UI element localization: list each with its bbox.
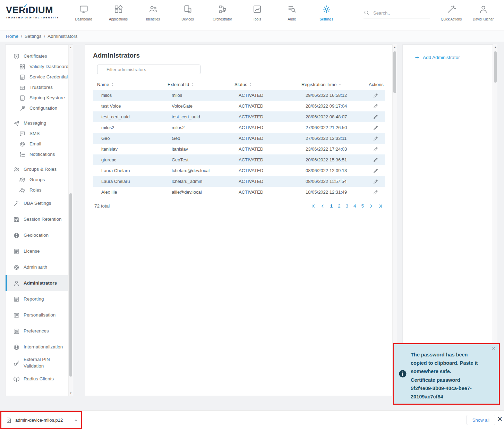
sidebar-item-messaging[interactable]: Messaging — [6, 118, 73, 128]
column-header-external-id[interactable]: External Id — [163, 80, 230, 90]
nav-item-audit[interactable]: Audit — [274, 0, 309, 31]
nav-item-tools[interactable]: Tools — [240, 0, 274, 31]
table-row[interactable]: Alex Ilieailie@dev.localACTIVATED18/05/2… — [93, 187, 385, 197]
sidebar-item-radius-clients[interactable]: Radius Clients — [6, 371, 73, 387]
page-5[interactable]: 5 — [361, 203, 364, 209]
edit-icon[interactable] — [373, 136, 378, 141]
sidebar-item-uba-settings[interactable]: UBA Settings — [6, 195, 73, 211]
page-3[interactable]: 3 — [345, 203, 349, 209]
sidebar-item-internationalization[interactable]: Internationalization — [6, 339, 73, 355]
sidebar-item-groups-roles[interactable]: Groups & Roles — [6, 164, 73, 175]
column-header-registration-time[interactable]: Registration Time — [297, 80, 365, 90]
sidebar-item-email[interactable]: Email — [6, 139, 73, 149]
table-row[interactable]: ltanislavltanislavACTIVATED23/06/2022 17… — [93, 144, 385, 154]
sidebar-item-administrators[interactable]: Administrators — [6, 275, 73, 291]
user-menu[interactable]: David Kuchar — [469, 0, 497, 31]
column-header-status[interactable]: Status — [230, 80, 297, 90]
edit-icon[interactable] — [373, 103, 378, 109]
nav-item-dashboard[interactable]: Dashboard — [66, 0, 101, 31]
sidebar-item-groups[interactable]: Groups — [6, 175, 73, 185]
add-administrator-button[interactable]: Add Administrator — [415, 55, 493, 60]
sidebar-item-service-credentials[interactable]: Service Credentials — [6, 72, 73, 82]
last-page-button[interactable] — [378, 204, 383, 209]
search-input[interactable] — [373, 10, 426, 16]
table-row[interactable]: GeoGeoACTIVATED27/06/2022 13:33:11 — [93, 133, 385, 144]
edit-icon[interactable] — [373, 114, 378, 120]
column-header-name[interactable]: Name — [93, 80, 163, 90]
table-row[interactable]: milosmilosACTIVATED29/06/2022 16:58:12 — [93, 90, 385, 101]
nav-item-settings[interactable]: Settings — [309, 0, 344, 31]
next-page-button[interactable] — [369, 204, 374, 209]
veridium-logo[interactable]: VERIDIUM ✓ TRUSTED DIGITAL IDENTITY — [6, 6, 59, 19]
edit-icon[interactable] — [373, 146, 378, 152]
breadcrumb-settings[interactable]: Settings — [25, 34, 42, 39]
prev-page-button[interactable] — [320, 204, 325, 209]
sidebar-item-certificates[interactable]: Certificates — [6, 51, 73, 61]
edit-icon[interactable] — [373, 168, 378, 174]
edit-icon[interactable] — [373, 189, 378, 195]
page-2[interactable]: 2 — [338, 203, 341, 209]
scroll-down-arrow[interactable]: ▼ — [69, 392, 73, 394]
nav-item-orchestrator[interactable]: Orchestrator — [205, 0, 240, 31]
delete-icon[interactable] — [384, 125, 385, 130]
close-icon[interactable]: ✕ — [497, 416, 503, 422]
delete-icon[interactable] — [384, 146, 385, 152]
delete-icon[interactable] — [384, 114, 385, 120]
nav-item-devices[interactable]: Devices — [170, 0, 205, 31]
sidebar-item-external-pin-validation[interactable]: External PIN Validation — [6, 355, 73, 371]
sidebar-item-geolocation[interactable]: Geolocation — [6, 227, 73, 243]
delete-icon[interactable] — [384, 136, 385, 141]
sidebar-item-validity-dashboard[interactable]: Validity Dashboard — [6, 61, 73, 72]
delete-icon[interactable] — [384, 189, 385, 195]
page-4[interactable]: 4 — [353, 203, 357, 209]
show-all-button[interactable]: Show all — [467, 415, 495, 425]
scroll-up-arrow[interactable]: ▲ — [69, 46, 73, 49]
signing-keystore-icon — [19, 95, 26, 101]
sidebar-item-admin-auth[interactable]: Admin auth — [6, 259, 73, 275]
delete-icon[interactable] — [384, 103, 385, 109]
edit-icon[interactable] — [373, 93, 378, 98]
caret-up-icon[interactable] — [74, 418, 78, 423]
scroll-up-arrow[interactable]: ▲ — [493, 46, 497, 48]
table-row[interactable]: Laura Chelarulchelaru_adminACTIVATED08/0… — [93, 176, 385, 187]
quick-actions-button[interactable]: Quick Actions — [437, 0, 465, 31]
scrollbar-thumb[interactable] — [393, 51, 396, 93]
sidebar-item-truststores[interactable]: Truststores — [6, 82, 73, 93]
sidebar-item-notifications[interactable]: Notifications — [6, 149, 73, 160]
delete-icon[interactable] — [384, 93, 385, 98]
sidebar-item-configuration[interactable]: Configuration — [6, 103, 73, 113]
table-row[interactable]: test_cert_uuidtest_cert_uuidACTIVATED28/… — [93, 111, 385, 122]
table-row[interactable]: milos2milos2ACTIVATED27/06/2022 21:26:50 — [93, 122, 385, 133]
sidebar-item-reporting[interactable]: Reporting — [6, 291, 73, 307]
sidebar-item-sms[interactable]: SMS — [6, 128, 73, 139]
sidebar-item-session-retention[interactable]: Session Retention — [6, 211, 73, 227]
filter-administrators-input[interactable] — [97, 65, 200, 74]
edit-icon[interactable] — [373, 179, 378, 184]
sidebar-item-roles[interactable]: Roles — [6, 185, 73, 195]
table-row[interactable]: test VoiceVoiceGateACTIVATED28/06/2022 0… — [93, 101, 385, 111]
sidebar-item-personalisation[interactable]: Personalisation — [6, 307, 73, 323]
sidebar-item-preferences[interactable]: Preferences — [6, 323, 73, 339]
first-page-button[interactable] — [311, 204, 316, 209]
sidebar-item-license[interactable]: License — [6, 243, 73, 259]
page-1[interactable]: 1 — [330, 203, 333, 209]
delete-icon[interactable] — [384, 179, 385, 184]
search-icon[interactable] — [364, 10, 370, 16]
table-row[interactable]: gtureacGeoTestACTIVATED20/06/2022 15:36:… — [93, 154, 385, 165]
nav-item-identities[interactable]: Identities — [136, 0, 170, 31]
sidebar-scrollbar[interactable]: ▲ ▼ — [68, 45, 73, 396]
scrollbar-thumb[interactable] — [69, 193, 72, 377]
sidebar-item-signing-keystore[interactable]: Signing Keystore — [6, 93, 73, 103]
breadcrumb-home[interactable]: Home — [6, 34, 18, 39]
delete-icon[interactable] — [384, 168, 385, 174]
scrollbar-thumb[interactable] — [494, 51, 497, 83]
nav-item-applications[interactable]: Applications — [101, 0, 136, 31]
edit-icon[interactable] — [373, 125, 378, 130]
edit-icon[interactable] — [373, 157, 378, 163]
scroll-up-arrow[interactable]: ▲ — [393, 46, 397, 48]
delete-icon[interactable] — [384, 157, 385, 163]
breadcrumb-separator: / — [44, 34, 45, 39]
download-item[interactable]: admin-device-milos.p12 — [6, 417, 78, 423]
table-row[interactable]: Laura Chelarulchelaru@dev.localACTIVATED… — [93, 165, 385, 176]
close-icon[interactable]: ✕ — [492, 346, 496, 351]
